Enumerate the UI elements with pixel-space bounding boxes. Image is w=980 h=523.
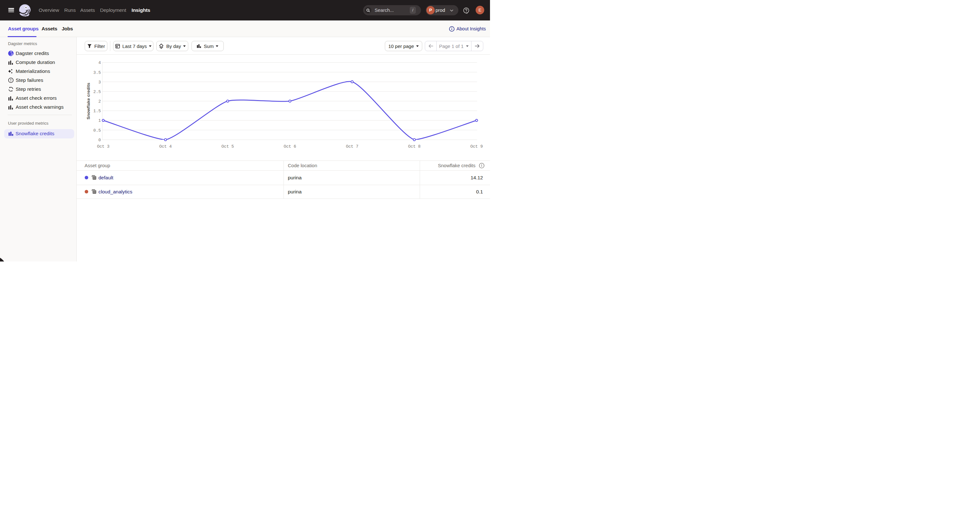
svg-text:3.5: 3.5 bbox=[93, 70, 101, 75]
svg-text:0.5: 0.5 bbox=[93, 128, 101, 133]
svg-text:1: 1 bbox=[99, 118, 101, 123]
svg-text:Oct 8: Oct 8 bbox=[408, 144, 421, 149]
svg-text:Oct 4: Oct 4 bbox=[159, 144, 172, 149]
svg-text:2: 2 bbox=[99, 99, 101, 104]
svg-text:0: 0 bbox=[99, 138, 101, 143]
svg-text:Oct 7: Oct 7 bbox=[346, 144, 358, 149]
svg-text:3: 3 bbox=[99, 80, 101, 85]
svg-text:Oct 5: Oct 5 bbox=[221, 144, 234, 149]
svg-text:Oct 9: Oct 9 bbox=[470, 144, 483, 149]
svg-text:Oct 3: Oct 3 bbox=[97, 144, 109, 149]
svg-text:Oct 6: Oct 6 bbox=[283, 144, 296, 149]
svg-text:Snowflake credits: Snowflake credits bbox=[86, 83, 91, 119]
svg-text:2.5: 2.5 bbox=[93, 89, 101, 94]
svg-text:4: 4 bbox=[99, 60, 101, 65]
svg-text:1.5: 1.5 bbox=[93, 109, 101, 113]
